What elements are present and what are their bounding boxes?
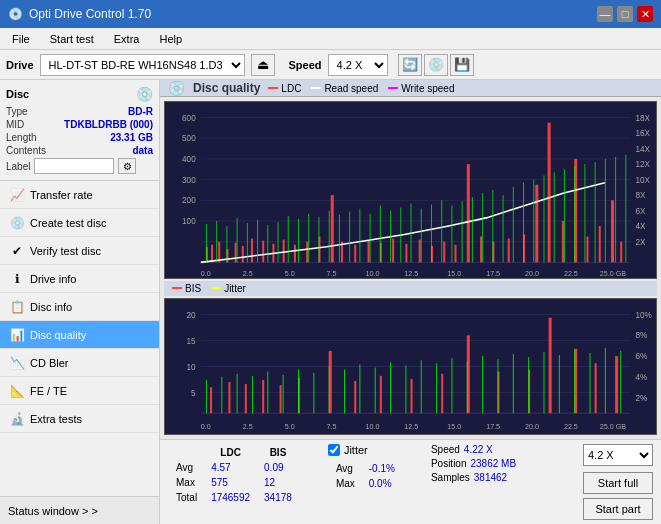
save-button[interactable]: 💾 [450,54,474,76]
svg-text:25.0 GB: 25.0 GB [600,422,626,431]
jitter-checkbox[interactable] [328,444,340,456]
svg-rect-184 [605,348,606,413]
legend-bis-label: BIS [185,283,201,294]
disc-label-button[interactable]: ⚙ [118,158,136,174]
svg-rect-42 [262,241,264,263]
svg-text:15.0: 15.0 [447,269,461,278]
sidebar-item-transfer-rate[interactable]: 📈 Transfer rate [0,181,159,209]
svg-rect-55 [419,240,421,263]
refresh-button[interactable]: 🔄 [398,54,422,76]
stats-table: LDC BIS Avg 4.57 0.09 Max 575 12 Total 1… [168,444,300,506]
svg-rect-141 [228,382,230,413]
svg-text:500: 500 [182,134,196,143]
sidebar-item-disc-quality[interactable]: 📊 Disc quality [0,321,159,349]
legend-bis-color [172,287,182,289]
svg-text:25.0 GB: 25.0 GB [600,269,626,278]
svg-rect-147 [354,381,356,413]
disc-mid-label: MID [6,119,24,130]
svg-rect-51 [368,241,370,263]
svg-rect-40 [242,246,244,263]
svg-rect-78 [267,225,268,262]
legend-jitter-label: Jitter [224,283,246,294]
sidebar-item-verify-test-disc[interactable]: ✔ Verify test disc [0,237,159,265]
stats-max-bis: 12 [258,476,298,489]
svg-rect-36 [211,245,213,263]
svg-rect-46 [306,242,308,263]
svg-rect-88 [370,214,371,263]
samples-value: 381462 [474,472,507,483]
close-button[interactable]: ✕ [637,6,653,22]
svg-rect-175 [467,361,468,413]
stats-total-ldc: 1746592 [205,491,256,504]
sidebar-item-label-cd-bler: CD Bler [30,357,69,369]
drive-action-buttons: 🔄 💿 💾 [398,54,474,76]
top-chart: 600 500 400 300 200 100 18X 16X 14X 12X … [164,101,657,279]
svg-rect-58 [454,245,456,263]
svg-rect-157 [615,356,618,413]
legend-jitter-color [211,287,221,289]
svg-rect-73 [216,221,217,262]
svg-rect-97 [462,201,463,262]
sidebar-item-cd-bler[interactable]: 📉 CD Bler [0,349,159,377]
sidebar-item-disc-info[interactable]: 📋 Disc info [0,293,159,321]
titlebar: 💿 Opti Drive Control 1.70 — □ ✕ [0,0,661,28]
svg-text:0.0: 0.0 [201,269,211,278]
svg-rect-75 [237,218,238,262]
svg-text:12.5: 12.5 [404,269,418,278]
svg-rect-164 [298,369,299,413]
status-window-button[interactable]: Status window > > [0,496,159,524]
svg-rect-174 [451,358,452,413]
disc-button[interactable]: 💿 [424,54,448,76]
sidebar-item-drive-info[interactable]: ℹ Drive info [0,265,159,293]
svg-text:10%: 10% [636,311,653,320]
legend-write-speed-label: Write speed [401,83,454,94]
stats-header-ldc: LDC [205,446,256,459]
bottom-chart-svg: 20 15 10 5 10% 8% 6% 4% 2% 0.0 2.5 5.0 7… [165,299,656,434]
svg-rect-103 [523,183,524,263]
svg-rect-45 [294,245,296,263]
svg-text:15: 15 [187,336,197,345]
disc-label-input[interactable] [34,158,114,174]
svg-rect-53 [392,239,394,263]
samples-row: Samples 381462 [431,472,516,483]
minimize-button[interactable]: — [597,6,613,22]
speed-select[interactable]: 4.2 X [328,54,388,76]
svg-rect-143 [262,380,264,413]
svg-rect-48 [331,195,334,262]
svg-rect-161 [252,376,253,413]
svg-text:18X: 18X [636,114,651,123]
legend-jitter: Jitter [211,283,246,294]
cd-bler-icon: 📉 [10,356,24,370]
svg-text:10: 10 [187,362,197,371]
start-full-button[interactable]: Start full [583,472,653,494]
svg-rect-156 [595,363,597,413]
svg-rect-82 [308,214,309,263]
speed-dropdown[interactable]: 4.2 X [583,444,653,466]
eject-button[interactable]: ⏏ [251,54,275,76]
svg-text:22.5: 22.5 [564,269,578,278]
svg-rect-69 [599,226,601,262]
maximize-button[interactable]: □ [617,6,633,22]
svg-rect-140 [210,387,212,413]
menu-start-test[interactable]: Start test [42,31,102,47]
menu-extra[interactable]: Extra [106,31,148,47]
drive-select[interactable]: HL-DT-ST BD-RE WH16NS48 1.D3 [40,54,245,76]
start-part-button[interactable]: Start part [583,498,653,520]
sidebar-item-create-test-disc[interactable]: 💿 Create test disc [0,209,159,237]
stats-total-bis: 34178 [258,491,298,504]
svg-rect-87 [359,209,360,263]
legend-ldc-color [268,87,278,89]
verify-test-icon: ✔ [10,244,24,258]
sidebar-item-extra-tests[interactable]: 🔬 Extra tests [0,405,159,433]
stats-avg-ldc: 4.57 [205,461,256,474]
svg-text:20: 20 [187,311,197,320]
sidebar-item-fe-te[interactable]: 📐 FE / TE [0,377,159,405]
svg-rect-142 [245,384,247,413]
svg-rect-162 [267,372,268,414]
svg-rect-110 [595,162,596,262]
menu-help[interactable]: Help [151,31,190,47]
speed-position-section: Speed 4.22 X Position 23862 MB Samples 3… [431,444,516,483]
menu-file[interactable]: File [4,31,38,47]
svg-rect-62 [508,239,510,263]
svg-text:400: 400 [182,155,196,164]
